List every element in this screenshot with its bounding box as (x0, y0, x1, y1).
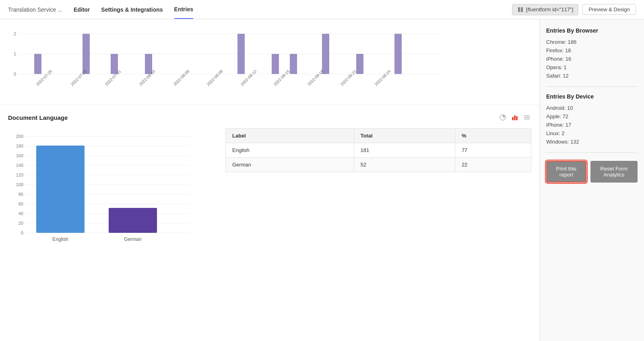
section-title: Document Language (8, 114, 68, 121)
svg-text:2022-08-09: 2022-08-09 (206, 69, 224, 86)
top-bar-chart: 2 1 0 (8, 26, 531, 98)
chart-type-icons (498, 113, 531, 122)
table-row: German 52 22 (226, 158, 531, 172)
svg-text:German: German (124, 236, 141, 242)
section-header: Document Language (8, 113, 531, 122)
table-cell-total: 181 (354, 143, 455, 158)
document-language-section: Document Language (0, 105, 539, 297)
table-cell-label: German (226, 158, 354, 172)
table-cell-total: 52 (354, 158, 455, 172)
table-header-percent: % (455, 129, 531, 143)
nav-right-actions: [fluentform id="117"] Preview & Design (512, 4, 636, 15)
table-cell-percent: 77 (455, 143, 531, 158)
svg-rect-16 (356, 54, 363, 74)
browser-stat-item: Safari: 12 (546, 72, 638, 80)
nav-editor[interactable]: Editor (74, 1, 90, 18)
nav-entries[interactable]: Entries (174, 0, 193, 19)
print-report-button[interactable]: Print this report (546, 161, 586, 183)
svg-text:2022-07-28: 2022-07-28 (70, 69, 88, 86)
device-stat-item: Android: 10 (546, 104, 638, 112)
svg-rect-32 (516, 116, 518, 120)
preview-design-button[interactable]: Preview & Design (582, 4, 636, 15)
reset-analytics-button[interactable]: Reset Form Analytics (590, 161, 638, 183)
bar-chart-container: 200 180 160 140 120 100 80 60 40 20 0 (8, 128, 209, 289)
nav-translation[interactable]: Translation Service ... (8, 1, 62, 18)
table-header-label: Label (226, 129, 354, 143)
device-stats-list: Android: 10Apple: 72iPhone: 17Linux: 2Wi… (546, 104, 638, 146)
entries-by-browser: Entries By Browser Chrome: 186Firefox: 1… (546, 27, 638, 80)
svg-rect-8 (34, 54, 41, 74)
sidebar-divider-2 (546, 152, 638, 153)
main-content: 2 1 0 (0, 19, 539, 341)
svg-text:20: 20 (19, 221, 23, 226)
svg-text:40: 40 (19, 211, 23, 216)
device-stat-item: Linux: 2 (546, 129, 638, 138)
list-chart-icon[interactable] (522, 113, 531, 122)
svg-text:2022-08-18: 2022-08-18 (307, 69, 324, 86)
table-header-total: Total (354, 129, 455, 143)
svg-text:200: 200 (16, 134, 23, 139)
sidebar: Entries By Browser Chrome: 186Firefox: 1… (539, 19, 644, 341)
browser-stat-item: Opera: 1 (546, 63, 638, 72)
sidebar-divider-1 (546, 86, 638, 87)
svg-text:60: 60 (19, 201, 23, 206)
table-row: English 181 77 (226, 143, 531, 158)
device-stat-item: Windows: 132 (546, 138, 638, 146)
svg-text:100: 100 (16, 182, 23, 187)
svg-text:0: 0 (14, 72, 16, 76)
svg-text:2: 2 (14, 31, 16, 36)
svg-text:1: 1 (14, 51, 16, 56)
doc-lang-chart-svg: 200 180 160 140 120 100 80 60 40 20 0 (8, 128, 209, 289)
top-chart-section: 2 1 0 (0, 19, 539, 105)
svg-text:160: 160 (16, 153, 23, 158)
browser-stat-item: iPhone: 16 (546, 55, 638, 63)
svg-rect-34 (524, 117, 530, 118)
svg-rect-58 (36, 146, 85, 233)
data-table-wrapper: Label Total % English 181 77 German 52 2… (225, 128, 531, 172)
table-cell-label: English (226, 143, 354, 158)
top-navigation: Translation Service ... Editor Settings … (0, 0, 644, 19)
page-layout: 2 1 0 (0, 19, 644, 341)
svg-text:2022-08-24: 2022-08-24 (374, 69, 392, 86)
svg-rect-1 (521, 7, 523, 12)
data-table: Label Total % English 181 77 German 52 2… (225, 128, 531, 172)
fluentform-badge[interactable]: [fluentform id="117"] (512, 4, 578, 15)
svg-rect-17 (394, 34, 402, 74)
svg-rect-0 (518, 7, 520, 12)
svg-rect-59 (109, 208, 157, 233)
svg-text:English: English (52, 236, 68, 242)
action-buttons: Print this report Reset Form Analytics (546, 161, 638, 183)
bar-chart-icon[interactable] (510, 113, 519, 122)
top-chart-svg: 2 1 0 (8, 26, 531, 98)
svg-rect-35 (524, 119, 530, 119)
browser-stat-item: Chrome: 186 (546, 38, 638, 46)
form-icon (517, 6, 524, 13)
svg-text:120: 120 (16, 173, 23, 177)
table-cell-percent: 22 (455, 158, 531, 172)
svg-text:180: 180 (16, 144, 23, 148)
svg-text:140: 140 (16, 163, 23, 168)
entries-by-device-title: Entries By Device (546, 93, 638, 100)
svg-text:80: 80 (19, 192, 23, 197)
svg-text:0: 0 (21, 230, 23, 235)
svg-rect-9 (83, 34, 90, 74)
svg-text:2022-08-21: 2022-08-21 (340, 69, 357, 86)
svg-rect-14 (290, 54, 297, 74)
svg-rect-31 (514, 115, 516, 120)
svg-text:2022-08-06: 2022-08-06 (173, 69, 190, 86)
doc-lang-body: 200 180 160 140 120 100 80 60 40 20 0 (8, 128, 531, 289)
device-stat-item: iPhone: 17 (546, 121, 638, 129)
pie-chart-icon[interactable] (498, 113, 507, 122)
svg-rect-13 (272, 54, 279, 74)
nav-settings[interactable]: Settings & Integrations (101, 1, 163, 18)
browser-stat-item: Firefox: 18 (546, 46, 638, 55)
device-stat-item: Apple: 72 (546, 112, 638, 121)
svg-rect-33 (524, 115, 530, 116)
entries-by-browser-title: Entries By Browser (546, 27, 638, 34)
svg-rect-12 (237, 34, 245, 74)
svg-rect-30 (512, 117, 514, 120)
nav-links: Translation Service ... Editor Settings … (8, 0, 193, 19)
entries-by-device: Entries By Device Android: 10Apple: 72iP… (546, 93, 638, 146)
svg-rect-15 (322, 34, 329, 74)
browser-stats-list: Chrome: 186Firefox: 18iPhone: 16Opera: 1… (546, 38, 638, 80)
